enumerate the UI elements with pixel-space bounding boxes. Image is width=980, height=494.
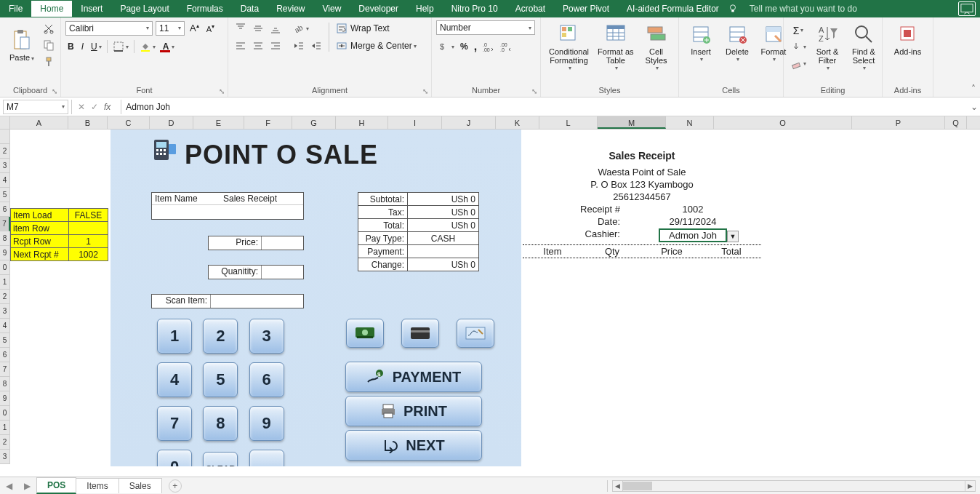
find-select-button[interactable]: Find & Select <box>846 20 881 73</box>
row-hdr[interactable]: 2 <box>0 435 10 450</box>
cell-styles-button[interactable]: Cell Styles <box>639 20 674 73</box>
col-L[interactable]: L <box>539 116 598 129</box>
key-5[interactable]: 5 <box>203 362 238 397</box>
formula-input[interactable]: Admon Joh <box>121 100 968 113</box>
helper-rcpt-row-value[interactable]: 1 <box>69 235 108 248</box>
row-hdr[interactable]: 5 <box>0 333 10 348</box>
tab-ai-formula[interactable]: AI-aided Formula Editor <box>618 1 728 17</box>
italic-button[interactable]: I <box>79 39 86 54</box>
key-dot[interactable]: . <box>249 450 284 466</box>
percent-button[interactable]: % <box>458 39 470 54</box>
format-as-table-button[interactable]: Format as Table <box>594 20 638 73</box>
payment-button[interactable]: $ PAYMENT <box>345 362 482 392</box>
payment-value[interactable] <box>408 245 479 258</box>
dialog-launcher[interactable]: ⤡ <box>52 87 57 95</box>
tab-nitro[interactable]: Nitro Pro 10 <box>443 1 507 17</box>
key-2[interactable]: 2 <box>203 319 238 354</box>
key-3[interactable]: 3 <box>249 319 284 354</box>
font-color-button[interactable]: A <box>161 39 177 55</box>
tell-me-search[interactable]: Tell me what you want to do <box>742 4 864 14</box>
check-button[interactable] <box>457 319 494 348</box>
col-C[interactable]: C <box>108 116 150 129</box>
row-hdr[interactable]: 2 <box>0 290 10 304</box>
col-M[interactable]: M <box>598 116 666 129</box>
row-hdr[interactable]: 0 <box>0 260 10 275</box>
number-format-combo[interactable]: Number▾ <box>436 20 535 35</box>
tab-home[interactable]: Home <box>31 1 72 17</box>
row-hdr[interactable]: 4 <box>0 319 10 333</box>
key-9[interactable]: 9 <box>249 406 284 441</box>
tab-data[interactable]: Data <box>232 1 268 17</box>
present-icon[interactable] <box>958 1 976 16</box>
fill-color-button[interactable] <box>137 39 158 55</box>
font-name-combo[interactable]: Calibri▾ <box>65 21 153 36</box>
col-A[interactable]: A <box>10 116 68 129</box>
price-input[interactable] <box>261 236 303 250</box>
cut-button[interactable] <box>41 20 57 36</box>
tab-insert[interactable]: Insert <box>72 1 111 17</box>
enter-formula-button[interactable]: ✓ <box>91 102 98 112</box>
row-hdr[interactable]: 3 <box>0 159 10 173</box>
row-hdr[interactable]: 8 <box>0 231 10 246</box>
comma-button[interactable]: , <box>472 38 479 55</box>
clear-button[interactable] <box>788 56 808 72</box>
underline-button[interactable]: U <box>89 39 104 54</box>
select-all-corner[interactable] <box>0 116 10 129</box>
row-hdr[interactable]: 1 <box>0 421 10 435</box>
col-Q[interactable]: Q <box>945 116 967 129</box>
item-name-value[interactable]: Sales Receipt <box>220 193 303 205</box>
delete-cells-button[interactable]: Delete <box>720 20 755 65</box>
autosum-button[interactable]: Σ <box>788 23 808 39</box>
next-button[interactable]: NEXT <box>345 430 482 461</box>
accounting-format-button[interactable]: $ <box>436 39 457 55</box>
copy-button[interactable] <box>41 37 57 53</box>
tab-powerpivot[interactable]: Power Pivot <box>554 1 618 17</box>
border-button[interactable] <box>111 39 131 55</box>
col-D[interactable]: D <box>150 116 193 129</box>
align-bottom-button[interactable] <box>268 20 284 36</box>
key-8[interactable]: 8 <box>203 406 238 441</box>
dialog-launcher[interactable]: ⤡ <box>422 87 428 95</box>
align-right-button[interactable] <box>268 38 284 54</box>
key-6[interactable]: 6 <box>249 362 284 397</box>
tab-view[interactable]: View <box>314 1 350 17</box>
row-hdr[interactable]: 3 <box>0 450 10 464</box>
col-B[interactable]: B <box>68 116 108 129</box>
format-painter-button[interactable] <box>41 54 57 70</box>
row-hdr[interactable]: 0 <box>0 406 10 421</box>
row-hdr[interactable]: 9 <box>0 246 10 260</box>
print-button[interactable]: PRINT <box>345 396 482 426</box>
name-box[interactable]: M7▾ <box>3 100 68 114</box>
paytype-value[interactable]: CASH <box>408 232 479 245</box>
tab-formulas[interactable]: Formulas <box>178 1 232 17</box>
decrease-decimal-button[interactable]: .00.0 <box>498 39 514 55</box>
tab-developer[interactable]: Developer <box>350 1 407 17</box>
increase-font-button[interactable]: A▴ <box>188 20 201 36</box>
row-hdr[interactable]: 3 <box>0 304 10 319</box>
wrap-text-button[interactable]: Wrap Text <box>334 20 421 36</box>
row-hdr[interactable]: 8 <box>0 377 10 391</box>
dialog-launcher[interactable]: ⤡ <box>219 87 225 95</box>
paste-button[interactable]: Paste <box>4 26 39 65</box>
key-4[interactable]: 4 <box>157 362 192 397</box>
key-1[interactable]: 1 <box>157 319 192 354</box>
cashier-dropdown-button[interactable]: ▼ <box>727 231 739 242</box>
col-N[interactable]: N <box>666 116 714 129</box>
helper-next-rcpt-value[interactable]: 1002 <box>69 248 108 261</box>
key-0[interactable]: 0 <box>157 450 192 466</box>
quantity-input[interactable] <box>261 266 303 279</box>
helper-item-load-value[interactable]: FALSE <box>69 209 108 222</box>
conditional-formatting-button[interactable]: Conditional Formatting <box>545 20 593 73</box>
row-hdr[interactable]: 1 <box>0 275 10 290</box>
align-top-button[interactable] <box>233 20 249 36</box>
card-button[interactable] <box>401 319 439 348</box>
col-K[interactable]: K <box>496 116 539 129</box>
sort-filter-button[interactable]: AZ Sort & Filter <box>810 20 845 73</box>
insert-cells-button[interactable]: Insert <box>683 20 718 65</box>
merge-center-button[interactable]: Merge & Center <box>334 38 421 54</box>
tab-review[interactable]: Review <box>268 1 313 17</box>
align-center-button[interactable] <box>250 38 266 54</box>
increase-indent-button[interactable] <box>308 38 324 54</box>
row-hdr[interactable] <box>0 130 10 144</box>
col-P[interactable]: P <box>852 116 945 129</box>
